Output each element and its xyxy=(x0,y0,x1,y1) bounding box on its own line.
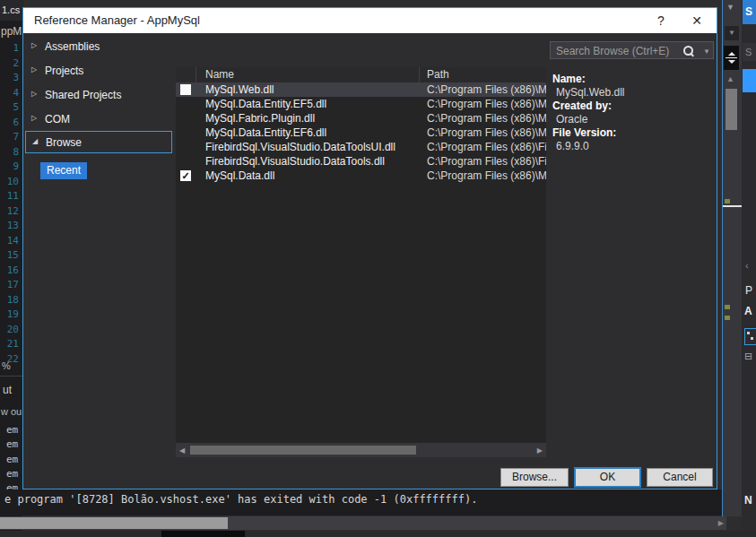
name-column-header[interactable]: Name xyxy=(197,67,420,82)
close-button[interactable]: ✕ xyxy=(686,8,708,33)
dialog-titlebar: Reference Manager - AppMySql ? ✕ xyxy=(23,8,717,33)
line-number: 5 xyxy=(0,100,19,116)
detail-file-version-value: 6.9.9.0 xyxy=(552,140,714,153)
scrollbar-thumb[interactable] xyxy=(190,446,416,455)
dropdown-arrow-icon[interactable]: ▼ xyxy=(726,3,734,12)
chevron-icon: ‹ xyxy=(745,260,749,271)
output-line-fragment: em xyxy=(6,423,18,437)
reference-path: C:\Program Files (x86)\My xyxy=(427,111,546,126)
output-line-fragment: em xyxy=(6,467,18,481)
properties-toolbar-icon[interactable] xyxy=(744,328,756,345)
collapsed-triangle-icon[interactable]: ▷ xyxy=(31,90,37,98)
browse-button[interactable]: Browse... xyxy=(500,468,569,487)
sidebar-item-browse[interactable]: ◢ Browse xyxy=(25,131,172,153)
line-number: 14 xyxy=(0,234,19,249)
reference-manager-dialog: Reference Manager - AppMySql ? ✕ ▷ Assem… xyxy=(22,7,717,489)
property-name-fragment: N xyxy=(744,494,752,507)
scroll-right-arrow-icon[interactable]: ▶ xyxy=(718,519,724,527)
collapse-tree-icon[interactable]: ⊟ xyxy=(744,351,752,362)
line-number: 7 xyxy=(0,130,19,145)
search-dropdown-icon[interactable]: ▼ xyxy=(703,48,710,56)
collapsed-triangle-icon[interactable]: ▷ xyxy=(31,114,37,122)
output-horizontal-scrollbar[interactable]: ▶ xyxy=(0,516,726,530)
reference-name: MySql.Data.Entity.EF5.dll xyxy=(205,97,417,111)
output-panel-title-fragment: ut xyxy=(3,384,12,396)
selected-tree-item[interactable] xyxy=(743,69,756,92)
checkbox-cell xyxy=(176,111,197,126)
detail-name-label: Name: xyxy=(552,73,714,86)
search-box[interactable]: ▼ xyxy=(550,41,714,59)
checkbox-checked[interactable]: ✓ xyxy=(176,169,197,183)
project-name-fragment: A xyxy=(744,305,752,317)
navigation-bar-fragment: ppM xyxy=(1,25,22,38)
checkbox-box[interactable] xyxy=(180,84,191,95)
expanded-triangle-icon[interactable]: ◢ xyxy=(32,137,38,145)
line-number: 20 xyxy=(0,323,19,338)
reference-row[interactable]: FirebirdSql.VisualStudio.DataToolsUI.dll… xyxy=(176,140,546,154)
reference-row[interactable]: MySql.Data.Entity.EF6.dllC:\Program File… xyxy=(176,126,546,140)
help-button[interactable]: ? xyxy=(652,8,670,33)
dropdown-arrow-icon[interactable]: ▼ xyxy=(725,26,739,40)
console-line: e program '[8728] Bolão.vshost.exe' has … xyxy=(4,493,477,506)
check-icon[interactable]: ✓ xyxy=(180,170,191,181)
collapsed-triangle-icon[interactable]: ▷ xyxy=(31,65,37,74)
change-marker xyxy=(725,199,730,204)
document-tab[interactable]: 1.cs xyxy=(0,0,24,21)
checkbox-column-header[interactable] xyxy=(176,67,196,82)
reference-row[interactable]: MySql.Data.Entity.EF5.dllC:\Program File… xyxy=(176,97,546,111)
output-line-fragment: em xyxy=(6,453,18,467)
splitter-handle-icon[interactable] xyxy=(724,46,739,70)
reference-row[interactable]: ✓MySql.Data.dllC:\Program Files (x86)\My xyxy=(176,169,546,183)
checkbox-cell xyxy=(176,97,197,111)
reference-row[interactable]: FirebirdSql.VisualStudio.DataTools.dllC:… xyxy=(176,154,546,169)
sidebar-item-com[interactable]: ▷ COM xyxy=(25,111,172,129)
caret-position-marker xyxy=(723,205,742,207)
sidebar-item-label: Projects xyxy=(45,65,83,77)
sidebar-item-label: COM xyxy=(45,113,70,126)
status-strip-segment xyxy=(161,531,245,537)
change-marker xyxy=(725,305,730,309)
reference-row[interactable]: MySql.Web.dllC:\Program Files (x86)\My xyxy=(176,82,546,97)
cancel-button[interactable]: Cancel xyxy=(647,468,713,487)
line-number: 21 xyxy=(0,337,19,352)
panel-divider xyxy=(0,376,22,377)
reference-row[interactable]: MySql.Fabric.Plugin.dllC:\Program Files … xyxy=(176,111,546,126)
line-number: 3 xyxy=(0,71,19,86)
line-number: 13 xyxy=(0,219,19,234)
line-number: 4 xyxy=(0,86,19,101)
path-column-header[interactable]: Path xyxy=(420,67,546,82)
sidebar-item-shared-projects[interactable]: ▷ Shared Projects xyxy=(25,87,172,105)
editor-zoom-fragment: % xyxy=(2,360,11,371)
reference-name: FirebirdSql.VisualStudio.DataToolsUI.dll xyxy=(205,140,417,154)
line-number: 8 xyxy=(0,145,19,160)
list-header: Name Path xyxy=(176,67,546,82)
sidebar-item-label: Browse xyxy=(46,136,82,149)
checkbox-unchecked[interactable] xyxy=(176,82,197,97)
scroll-left-arrow-icon[interactable]: ◀ xyxy=(179,446,185,455)
collapsed-triangle-icon[interactable]: ▷ xyxy=(31,41,37,49)
ok-button[interactable]: OK xyxy=(575,468,640,487)
sidebar-item-label: Assemblies xyxy=(45,40,100,53)
scrollbar-thumb[interactable] xyxy=(0,517,228,529)
sidebar-item-assemblies[interactable]: ▷ Assemblies xyxy=(25,39,172,56)
line-number: 15 xyxy=(0,248,19,264)
sidebar-item-recent[interactable]: Recent xyxy=(40,162,87,179)
show-output-from-fragment: w ou xyxy=(1,406,22,417)
solution-explorer-title-fragment[interactable]: S xyxy=(743,0,756,24)
list-horizontal-scrollbar[interactable]: ◀ ▶ xyxy=(176,443,546,457)
scroll-up-arrow-icon[interactable]: ▲ xyxy=(726,74,734,83)
status-strip xyxy=(0,531,756,537)
detail-created-by-label: Created by: xyxy=(552,100,714,113)
scroll-right-arrow-icon[interactable]: ▶ xyxy=(537,446,543,455)
sidebar-item-projects[interactable]: ▷ Projects xyxy=(25,63,172,81)
solution-search-fragment[interactable]: S xyxy=(743,43,756,61)
line-number: 9 xyxy=(0,160,19,175)
checkbox-cell xyxy=(176,126,197,140)
line-number: 16 xyxy=(0,264,19,279)
scrollbar-thumb[interactable] xyxy=(726,89,737,130)
search-input[interactable] xyxy=(554,43,679,59)
editor-vertical-scrollbar[interactable]: ▼ ▼ ▲ xyxy=(723,0,742,516)
reference-name: MySql.Data.Entity.EF6.dll xyxy=(205,126,417,140)
detail-name-value: MySql.Web.dll xyxy=(552,86,714,100)
search-icon[interactable] xyxy=(683,46,693,56)
